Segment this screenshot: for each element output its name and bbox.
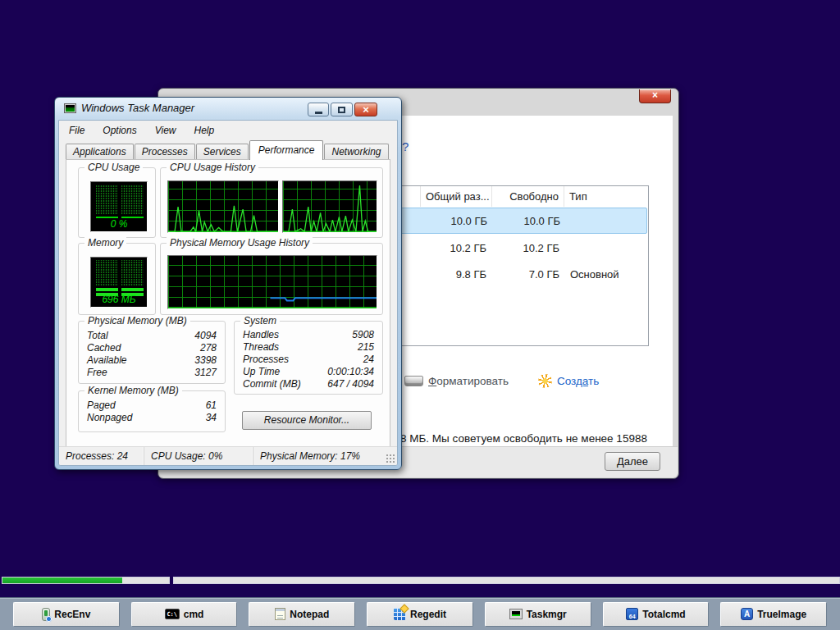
taskbar-button-taskmgr[interactable]: Taskmgr <box>485 602 591 627</box>
tab-performance[interactable]: Performance <box>249 140 324 160</box>
stat-label: Cached <box>87 342 121 354</box>
status-bar: Processes: 24 CPU Usage: 0% Physical Mem… <box>59 446 397 465</box>
menu-view[interactable]: View <box>150 123 181 138</box>
stat-value: 34 <box>206 412 217 423</box>
minimize-button[interactable] <box>308 103 329 116</box>
group-label: Kernel Memory (MB) <box>84 385 182 396</box>
resource-monitor-button[interactable]: Resource Monitor... <box>242 411 372 430</box>
memory-history-group: Physical Memory Usage History <box>160 243 383 315</box>
task-manager-icon <box>64 103 76 113</box>
new-partition-star-icon <box>538 374 552 388</box>
stat-label: Threads <box>243 341 279 353</box>
disk-space-note: 8 МБ. Мы советуем освободить не менее 15… <box>400 432 647 445</box>
next-button[interactable]: Далее <box>605 452 660 471</box>
recenv-icon <box>42 608 50 621</box>
task-manager-window: Windows Task Manager × File Options View… <box>54 97 402 470</box>
cmd-icon: C:\ <box>165 609 180 619</box>
menu-file[interactable]: File <box>64 123 89 138</box>
memory-gauge: 696 МБ <box>90 257 148 308</box>
group-label: Physical Memory (MB) <box>84 315 190 326</box>
cell-free: 10.0 ГБ <box>494 208 566 233</box>
status-processes: Processes: 24 <box>59 447 144 465</box>
led-dither <box>121 185 144 215</box>
status-cpu-usage: CPU Usage: 0% <box>144 447 253 465</box>
led-dither <box>96 185 118 215</box>
maximize-button[interactable] <box>331 103 353 116</box>
stat-value: 61 <box>206 399 217 411</box>
stat-value: 3398 <box>194 354 217 366</box>
cell-free: 10.2 ГБ <box>493 235 565 261</box>
cpu-usage-gauge: 0 % <box>90 181 148 232</box>
memory-history-chart <box>167 255 377 309</box>
taskmgr-icon <box>509 609 523 619</box>
led-dither <box>121 260 144 286</box>
tab-networking[interactable]: Networking <box>324 144 388 160</box>
close-icon[interactable]: × <box>639 89 671 103</box>
progress-bar-right <box>173 577 840 584</box>
stat-label: Free <box>87 367 107 378</box>
stat-label: Up Time <box>243 366 280 377</box>
cell-type <box>565 235 647 261</box>
taskbar-button-notepad[interactable]: Notepad <box>249 602 355 627</box>
group-label: System <box>240 315 280 326</box>
stat-label: Total <box>87 330 108 341</box>
kernel-memory-group: Kernel Memory (MB) Paged61 Nonpaged34 <box>78 390 226 432</box>
stat-value: 215 <box>358 341 374 353</box>
stat-value: 5908 <box>352 329 374 340</box>
stat-value: 3127 <box>194 367 217 378</box>
memory-value: 696 МБ <box>91 294 147 305</box>
taskbar: RecEnv C:\ cmd Notepad Regedit Taskmgr 6… <box>0 597 840 630</box>
taskbar-button-regedit[interactable]: Regedit <box>367 602 473 627</box>
tab-applications[interactable]: Applications <box>66 144 134 160</box>
system-group: System Handles5908 Threads215 Processes2… <box>234 321 383 395</box>
cpu-history-group: CPU Usage History <box>160 167 383 238</box>
taskbar-button-trueimage[interactable]: A TrueImage <box>720 602 827 627</box>
close-icon: × <box>363 103 369 116</box>
progress-bar-left <box>2 577 170 584</box>
task-manager-client-area: File Options View Help Applications Proc… <box>58 120 398 466</box>
cell-type <box>566 208 646 233</box>
maximize-icon <box>338 107 345 113</box>
menu-options[interactable]: Options <box>98 123 141 138</box>
stat-label: Processes <box>243 354 289 365</box>
stat-value: 4094 <box>194 330 217 341</box>
taskbar-button-label: Taskmgr <box>527 609 567 620</box>
status-physical-memory: Physical Memory: 17% <box>253 447 397 465</box>
cpu-history-chart-1 <box>167 180 279 233</box>
cpu-history-chart-2 <box>282 180 377 233</box>
taskbar-button-recenv[interactable]: RecEnv <box>13 602 120 627</box>
taskbar-button-totalcmd[interactable]: 64 Totalcmd <box>603 602 710 627</box>
group-label: CPU Usage <box>84 162 143 173</box>
stat-value: 24 <box>363 354 374 365</box>
format-link[interactable]: Форматировать <box>404 375 509 387</box>
group-label: Memory <box>84 237 126 249</box>
setup-heading-fragment: ? <box>402 139 409 153</box>
performance-tab-page: CPU Usage 0 % CPU Usage History <box>66 159 390 448</box>
tab-processes[interactable]: Processes <box>135 144 195 160</box>
stat-label: Available <box>87 354 126 366</box>
cell-size: 10.0 ГБ <box>422 208 494 233</box>
trueimage-icon: A <box>741 608 753 620</box>
cell-size: 9.8 ГБ <box>422 261 493 287</box>
notepad-icon <box>275 608 285 620</box>
stat-label: Nonpaged <box>87 412 132 423</box>
resize-grip[interactable] <box>386 454 395 463</box>
group-label: CPU Usage History <box>167 162 258 173</box>
stat-value: 647 / 4094 <box>327 378 374 390</box>
menu-bar: File Options View Help <box>64 123 219 138</box>
window-title: Windows Task Manager <box>64 102 194 114</box>
taskbar-button-label: Regedit <box>410 609 446 620</box>
taskbar-button-cmd[interactable]: C:\ cmd <box>131 602 238 627</box>
stat-value: 278 <box>200 342 217 354</box>
column-type: Тип <box>564 186 648 207</box>
physical-memory-group: Physical Memory (MB) Total4094 Cached278… <box>78 321 226 384</box>
create-link[interactable]: Создать <box>538 374 599 388</box>
column-total-size: Общий раз... <box>421 186 492 207</box>
close-button[interactable]: × <box>354 103 377 116</box>
menu-help[interactable]: Help <box>189 123 220 138</box>
tab-services[interactable]: Services <box>196 144 249 160</box>
drive-icon <box>404 376 423 386</box>
taskbar-button-label: cmd <box>184 609 204 620</box>
cell-type: Основной <box>565 261 647 287</box>
taskbar-button-label: TrueImage <box>757 609 806 620</box>
